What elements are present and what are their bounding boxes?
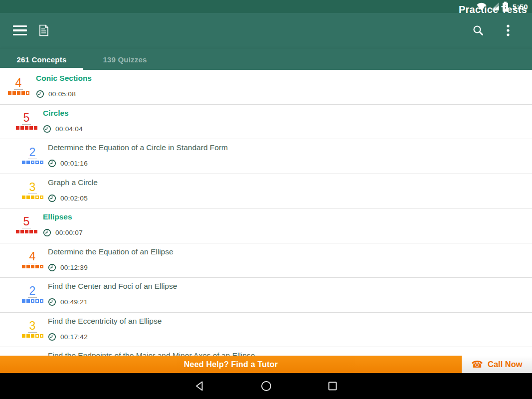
list-item[interactable]: 5Circles00:04:04 xyxy=(0,105,532,140)
back-button[interactable] xyxy=(167,380,233,392)
tab-concepts[interactable]: 261 Concepts xyxy=(0,48,83,70)
difficulty-squares xyxy=(15,126,38,130)
list-item[interactable]: 2Determine the Equation of a Circle in S… xyxy=(0,139,532,174)
practice-test-doc-icon xyxy=(39,24,49,36)
item-time: 00:05:08 xyxy=(48,90,76,98)
tab-bar: 261 Concepts 139 Quizzes xyxy=(0,48,532,70)
item-title: Ellipses xyxy=(43,212,527,221)
item-time-row: 00:01:16 xyxy=(48,159,88,168)
item-title: Circles xyxy=(43,109,527,118)
difficulty-indicator: 5 xyxy=(15,216,38,233)
item-time-row: 00:05:08 xyxy=(36,90,76,98)
tab-quizzes[interactable]: 139 Quizzes xyxy=(83,48,167,70)
item-time-row: 00:04:04 xyxy=(43,125,83,133)
banner-text: Need Help? Find a Tutor xyxy=(184,360,278,369)
item-title: Conic Sections xyxy=(36,74,527,83)
list-item[interactable]: 4Conic Sections00:05:08 xyxy=(0,70,532,105)
item-time-row: 00:12:39 xyxy=(48,263,88,272)
app-bar: Practice Tests xyxy=(0,13,532,48)
item-time: 00:49:21 xyxy=(60,298,88,306)
list-item[interactable]: 2Find the Center and Foci of an Ellipse0… xyxy=(0,278,532,313)
difficulty-indicator: 2 xyxy=(21,147,44,164)
call-now-label: Call Now xyxy=(488,360,523,369)
item-title: Determine the Equation of a Circle in St… xyxy=(48,143,527,152)
difficulty-squares xyxy=(21,196,44,199)
difficulty-number: 5 xyxy=(22,216,31,228)
item-time: 00:00:07 xyxy=(55,229,83,236)
item-time-row: 00:49:21 xyxy=(48,298,88,306)
item-time: 00:02:05 xyxy=(60,195,88,202)
android-nav-bar xyxy=(0,373,532,399)
home-button[interactable] xyxy=(233,380,299,392)
difficulty-squares xyxy=(21,334,44,338)
item-time-row: 00:02:05 xyxy=(48,194,88,202)
item-time-row: 00:17:42 xyxy=(48,333,88,341)
difficulty-indicator: 2 xyxy=(21,285,44,303)
timer-clock-icon xyxy=(48,298,56,306)
item-title: Determine the Equation of an Ellipse xyxy=(48,247,527,256)
item-time: 00:17:42 xyxy=(60,333,88,341)
difficulty-indicator: 4 xyxy=(7,77,30,95)
difficulty-indicator: 3 xyxy=(21,182,44,199)
list-item[interactable]: 5Ellipses00:00:07 xyxy=(0,208,532,243)
difficulty-number: 4 xyxy=(28,251,37,263)
difficulty-number: 4 xyxy=(14,77,23,90)
call-now-button[interactable]: ☎ Call Now xyxy=(462,356,532,373)
timer-clock-icon xyxy=(48,194,56,202)
search-icon[interactable] xyxy=(467,19,489,41)
difficulty-indicator: 5 xyxy=(15,112,38,130)
page-title: Practice Tests xyxy=(459,4,527,15)
telephone-icon: ☎ xyxy=(471,360,483,369)
find-tutor-banner[interactable]: Need Help? Find a Tutor xyxy=(0,356,462,373)
difficulty-squares xyxy=(21,161,44,164)
timer-clock-icon xyxy=(48,263,56,272)
timer-clock-icon xyxy=(43,228,51,237)
item-title: Graph a Circle xyxy=(48,178,527,187)
concepts-list: 4Conic Sections00:05:085Circles00:04:042… xyxy=(0,70,532,399)
difficulty-number: 2 xyxy=(28,147,37,159)
timer-clock-icon xyxy=(48,333,56,341)
difficulty-number: 3 xyxy=(28,182,37,194)
difficulty-squares xyxy=(15,230,38,233)
difficulty-number: 3 xyxy=(28,320,37,333)
list-item[interactable]: 3Find the Eccentricity of an Ellipse00:1… xyxy=(0,313,532,348)
menu-icon[interactable] xyxy=(13,25,27,36)
app-screen: 5:50 Practice Tests xyxy=(0,0,532,399)
difficulty-squares xyxy=(21,265,44,268)
timer-clock-icon xyxy=(36,90,44,98)
list-item[interactable]: 3Graph a Circle00:02:05 xyxy=(0,174,532,209)
item-title: Find the Eccentricity of an Ellipse xyxy=(48,317,527,326)
status-bar: 5:50 xyxy=(0,0,532,13)
item-title: Find the Center and Foci of an Ellipse xyxy=(48,282,527,291)
difficulty-number: 5 xyxy=(22,112,31,125)
timer-clock-icon xyxy=(48,159,56,168)
item-time-row: 00:00:07 xyxy=(43,228,83,237)
difficulty-squares xyxy=(7,91,30,95)
overflow-icon[interactable] xyxy=(497,19,519,41)
difficulty-indicator: 4 xyxy=(21,251,44,268)
difficulty-number: 2 xyxy=(28,285,37,298)
item-time: 00:04:04 xyxy=(55,125,83,133)
difficulty-indicator: 3 xyxy=(21,320,44,338)
timer-clock-icon xyxy=(43,125,51,133)
item-time: 00:01:16 xyxy=(60,160,88,167)
recents-button[interactable] xyxy=(299,380,365,392)
item-time: 00:12:39 xyxy=(60,264,88,271)
difficulty-squares xyxy=(21,299,44,303)
tutor-banner: Need Help? Find a Tutor ☎ Call Now xyxy=(0,356,532,373)
list-item[interactable]: 4Determine the Equation of an Ellipse00:… xyxy=(0,243,532,278)
